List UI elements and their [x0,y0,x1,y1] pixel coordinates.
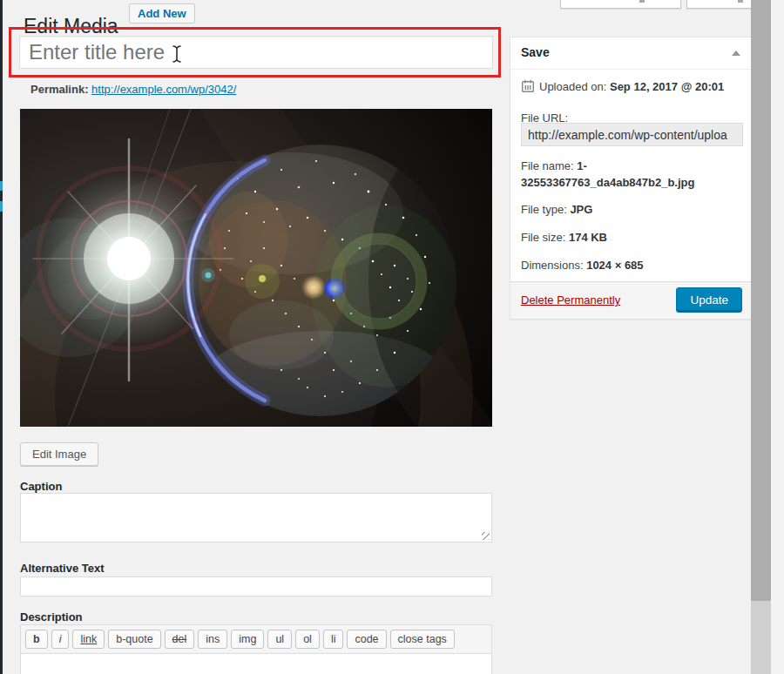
delete-permanently-link[interactable]: Delete Permanently [521,293,620,307]
earth-space-illustration [20,109,492,427]
help-tab[interactable] [686,0,752,9]
qt-italic-button[interactable]: i [51,630,70,650]
alt-text-label: Alternative Text [20,562,105,575]
quicktags-toolbar: b i link b-quote del ins img ul ol li co… [21,625,491,654]
description-label: Description [20,610,83,623]
edit-media-page: Edit Media Add New Permalink: http://exa… [0,0,784,674]
media-preview-image [20,109,492,427]
permalink-label: Permalink: [30,83,88,96]
chevron-down-icon [639,0,645,3]
file-size-label: File size: [521,231,565,244]
dimensions-label: Dimensions: [521,259,584,272]
qt-li-button[interactable]: li [323,630,344,650]
description-editor: b i link b-quote del ins img ul ol li co… [20,624,492,674]
calendar-icon [521,79,535,93]
qt-img-button[interactable]: img [231,630,264,650]
qt-bold-button[interactable]: b [25,630,48,650]
qt-ul-button[interactable]: ul [267,630,292,650]
edit-image-button[interactable]: Edit Image [20,442,98,466]
file-name-row: File name: 1-32553367763_da4ab847b2_b.jp… [521,158,741,191]
dimensions-value: 1024 × 685 [586,259,643,272]
uploaded-on-value: Sep 12, 2017 @ 20:01 [610,80,724,93]
save-panel-header[interactable]: Save [510,37,752,70]
toggle-arrow-icon[interactable] [732,51,740,56]
permalink: Permalink: http://example.com/wp/3042/ [30,83,236,96]
qt-link-button[interactable]: link [72,630,105,650]
dimensions-row: Dimensions: 1024 × 685 [521,257,741,273]
uploaded-on-label: Uploaded on: [539,80,606,93]
permalink-link[interactable]: http://example.com/wp/3042/ [91,83,236,96]
admin-menu-icon-fragment [0,201,3,212]
qt-ins-button[interactable]: ins [198,630,227,650]
save-panel: Save Uploaded on: Sep 12, 2017 @ 20:01 F… [510,37,753,320]
file-size-value: 174 KB [569,231,607,244]
file-type-label: File type: [521,203,567,216]
file-url-input[interactable] [521,123,743,146]
save-panel-title: Save [521,45,550,59]
file-size-row: File size: 174 KB [521,229,741,246]
qt-close-tags-button[interactable]: close tags [390,630,455,650]
chevron-down-icon [738,0,743,3]
scrollbar-track[interactable] [751,0,771,674]
title-input[interactable] [19,36,493,69]
uploaded-on-row: Uploaded on: Sep 12, 2017 @ 20:01 [521,78,741,95]
scrollbar-gutter [771,0,784,674]
qt-code-button[interactable]: code [347,630,386,650]
description-textarea[interactable] [21,654,491,674]
file-name-label: File name: [521,159,574,172]
qt-blockquote-button[interactable]: b-quote [108,630,160,650]
file-type-row: File type: JPG [521,201,741,218]
file-type-value: JPG [570,203,592,216]
admin-menu-edge [0,0,3,674]
caption-textarea[interactable] [20,493,492,543]
save-panel-footer: Delete Permanently Update [510,281,752,319]
caption-label: Caption [20,480,62,493]
qt-del-button[interactable]: del [165,630,195,650]
scrollbar-thumb[interactable] [751,0,771,601]
screen-options-tab[interactable] [560,0,681,9]
update-button[interactable]: Update [676,287,742,313]
admin-menu-icon-fragment [0,181,3,191]
qt-ol-button[interactable]: ol [295,630,320,650]
add-new-button[interactable]: Add New [129,3,195,24]
alt-text-input[interactable] [20,576,492,596]
